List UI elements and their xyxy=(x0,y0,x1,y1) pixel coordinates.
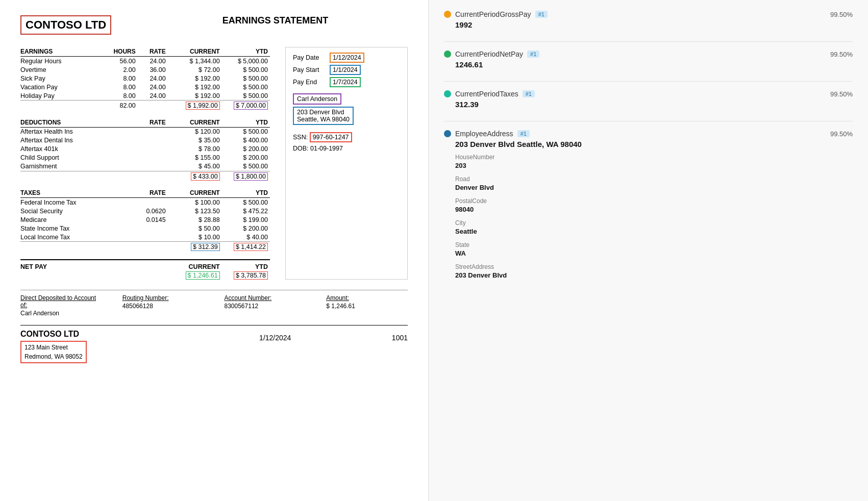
taxes-table: TAXES RATE CURRENT YTD Federal Income Ta… xyxy=(20,188,270,252)
employee-name-box: Carl Anderson xyxy=(293,93,341,105)
sub-field-label-state: State xyxy=(455,241,853,248)
field-group-taxes: CurrentPeriodTaxes #1 99.50% 312.39 xyxy=(444,90,853,109)
dd-account-value: 8300567112 xyxy=(225,303,306,310)
field-confidence-net-pay: 99.50% xyxy=(830,51,853,58)
pay-info-box: Pay Date 1/12/2024 Pay Start 1/1/2024 Pa… xyxy=(285,47,408,280)
footer-address-line2: Redmond, WA 98052 xyxy=(24,353,83,360)
dd-account-label: Account Number: xyxy=(225,294,306,302)
table-row: Vacation Pay 8.00 24.00 $ 192.00 $ 500.0… xyxy=(20,83,270,91)
ssn-row: SSN: 997-60-1247 xyxy=(293,132,400,142)
deductions-col-header: DEDUCTIONS RATE CURRENT YTD xyxy=(20,118,270,128)
pay-end-row: Pay End 1/7/2024 xyxy=(293,77,400,87)
dot-address xyxy=(444,130,451,137)
dd-row: Direct Deposited to Account of: Carl And… xyxy=(20,294,408,317)
table-row: Social Security 0.0620 $ 123.50 $ 475.22 xyxy=(20,207,270,215)
dd-amount-col: Amount: $ 1,246.61 xyxy=(326,294,408,310)
dot-net-pay xyxy=(444,51,451,58)
pay-date-value: 1/12/2024 xyxy=(330,53,364,63)
footer-company-name: CONTOSO LTD xyxy=(20,330,184,339)
sub-field-value-street-address: 203 Denver Blvd xyxy=(455,271,853,279)
dd-routing-col: Routing Number: 485066128 xyxy=(122,294,204,310)
dot-taxes xyxy=(444,90,451,97)
earnings-table-section: EARNINGS HOURS RATE CURRENT YTD Regular … xyxy=(20,47,270,280)
table-row: Holiday Pay 8.00 24.00 $ 192.00 $ 500.00 xyxy=(20,91,270,101)
earnings-ytd-col: YTD xyxy=(222,47,270,57)
earnings-statement-title: EARNINGS STATEMENT xyxy=(199,15,352,26)
field-badge-taxes: #1 xyxy=(523,90,535,97)
earnings-hours-col: HOURS xyxy=(105,47,138,57)
field-group-address: EmployeeAddress #1 99.50% 203 Denver Blv… xyxy=(444,130,853,279)
field-badge-net-pay: #1 xyxy=(527,51,539,58)
divider-1 xyxy=(444,41,853,42)
table-row: Aftertax 401k $ 78.00 $ 200.00 xyxy=(20,145,270,154)
table-row: Aftertax Health Ins $ 120.00 $ 500.00 xyxy=(20,127,270,136)
field-name-taxes: CurrentPeriodTaxes xyxy=(455,90,518,98)
earnings-table: EARNINGS HOURS RATE CURRENT YTD Regular … xyxy=(20,47,270,111)
table-row: Child Support $ 155.00 $ 200.00 xyxy=(20,154,270,162)
table-row: Overtime 2.00 36.00 $ 72.00 $ 500.00 xyxy=(20,65,270,74)
pay-start-label: Pay Start xyxy=(293,66,330,73)
sub-fields-address: HouseNumber 203 Road Denver Blvd PostalC… xyxy=(455,154,853,279)
deductions-table: DEDUCTIONS RATE CURRENT YTD Aftertax Hea… xyxy=(20,118,270,182)
net-pay-ytd: $ 3,785.78 xyxy=(234,271,268,280)
dd-account-col: Account Number: 8300567112 xyxy=(225,294,306,310)
sub-field-value-city: Seattle xyxy=(455,228,853,235)
dd-amount-value: $ 1,246.61 xyxy=(326,303,408,310)
earnings-col-header: EARNINGS HOURS RATE CURRENT YTD xyxy=(20,47,270,57)
earnings-current-col: CURRENT xyxy=(168,47,222,57)
field-confidence-address: 99.50% xyxy=(830,130,853,138)
net-pay-table: NET PAY CURRENT YTD $ 1,246.61 $ 3,785.7… xyxy=(20,259,270,280)
field-value-taxes: 312.39 xyxy=(455,100,853,109)
sub-field-value-road: Denver Blvd xyxy=(455,184,853,191)
taxes-ytd-subtotal: $ 1,414.22 xyxy=(234,243,268,251)
dob-row: DOB: 01-09-1997 xyxy=(293,145,400,152)
table-row: Garnishment $ 45.00 $ 500.00 xyxy=(20,162,270,171)
footer-section: CONTOSO LTD 123 Main Street Redmond, WA … xyxy=(20,325,408,363)
table-row: Sick Pay 8.00 24.00 $ 192.00 $ 500.00 xyxy=(20,74,270,83)
earnings-section-label: EARNINGS xyxy=(20,47,105,57)
divider-3 xyxy=(444,121,853,121)
pay-date-label: Pay Date xyxy=(293,54,330,61)
footer-address-box: 123 Main Street Redmond, WA 98052 xyxy=(20,341,87,363)
dd-name: Carl Anderson xyxy=(20,310,102,317)
field-value-gross-pay: 1992 xyxy=(455,20,853,29)
field-group-gross-pay: CurrentPeriodGrossPay #1 99.50% 1992 xyxy=(444,10,853,29)
table-row: Medicare 0.0145 $ 28.88 $ 199.00 xyxy=(20,215,270,224)
table-row: Local Income Tax $ 10.00 $ 40.00 xyxy=(20,233,270,242)
dd-heading: Direct Deposited to Account of: xyxy=(20,294,102,309)
sub-field-city: City Seattle xyxy=(455,219,853,235)
sub-field-label-city: City xyxy=(455,219,853,227)
table-row: State Income Tax $ 50.00 $ 200.00 xyxy=(20,224,270,233)
field-value-address: 203 Denver Blvd Seattle, WA 98040 xyxy=(455,140,853,148)
taxes-col-header: TAXES RATE CURRENT YTD xyxy=(20,188,270,198)
left-panel: CONTOSO LTD EARNINGS STATEMENT EARNINGS … xyxy=(0,0,429,501)
field-header-net-pay: CurrentPeriodNetPay #1 99.50% xyxy=(444,50,853,58)
table-row: Regular Hours 56.00 24.00 $ 1,344.00 $ 5… xyxy=(20,57,270,66)
net-pay-value-row: $ 1,246.61 $ 3,785.78 xyxy=(20,271,270,280)
dd-routing-value: 485066128 xyxy=(122,303,204,310)
dot-gross-pay xyxy=(444,11,451,18)
sub-field-street-address: StreetAddress 203 Denver Blvd xyxy=(455,263,853,279)
field-badge-address: #1 xyxy=(517,130,530,137)
pay-start-row: Pay Start 1/1/2024 xyxy=(293,65,400,75)
sub-field-road: Road Denver Blvd xyxy=(455,176,853,191)
footer-check-number: 1001 xyxy=(367,330,408,342)
field-value-net-pay: 1246.61 xyxy=(455,60,853,69)
sub-field-value-house-number: 203 xyxy=(455,162,853,169)
table-row: Aftertax Dental Ins $ 35.00 $ 400.00 xyxy=(20,136,270,145)
field-name-net-pay: CurrentPeriodNetPay xyxy=(455,50,523,58)
employee-address-box: 203 Denver BlvdSeattle, WA 98040 xyxy=(293,107,354,125)
earnings-current-subtotal: $ 1,992.00 xyxy=(186,102,220,110)
field-name-gross-pay: CurrentPeriodGrossPay xyxy=(455,10,531,18)
footer-date: 1/12/2024 xyxy=(194,330,357,342)
sub-field-label-road: Road xyxy=(455,176,853,183)
field-header-gross-pay: CurrentPeriodGrossPay #1 99.50% xyxy=(444,10,853,18)
field-confidence-gross-pay: 99.50% xyxy=(830,11,853,18)
deductions-section-label: DEDUCTIONS xyxy=(20,118,105,128)
sub-field-label-house-number: HouseNumber xyxy=(455,154,853,161)
pay-end-value: 1/7/2024 xyxy=(330,77,361,87)
earnings-rate-col: RATE xyxy=(138,47,168,57)
pay-end-label: Pay End xyxy=(293,79,330,86)
footer-company: CONTOSO LTD 123 Main Street Redmond, WA … xyxy=(20,330,184,363)
sub-field-state: State WA xyxy=(455,241,853,257)
